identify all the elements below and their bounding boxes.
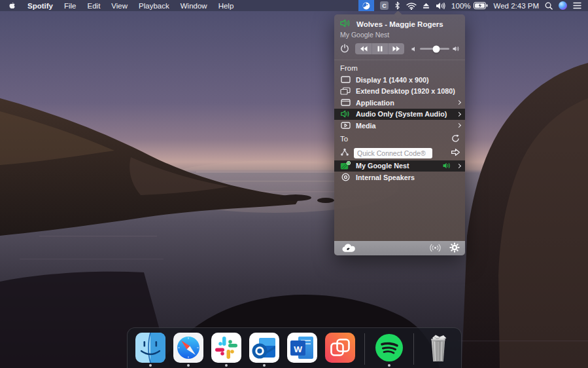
eject-icon[interactable] bbox=[423, 2, 430, 9]
slack-icon bbox=[211, 333, 241, 363]
dock-item-word[interactable]: W bbox=[287, 333, 317, 367]
siri-icon[interactable] bbox=[559, 1, 567, 10]
from-item-media[interactable]: Media bbox=[334, 120, 465, 132]
active-app-menu[interactable]: Spotify bbox=[27, 2, 53, 10]
to-item-internal-speakers[interactable]: Internal Speakers bbox=[334, 172, 465, 183]
spotify-icon bbox=[374, 333, 404, 363]
now-playing-device: My Google Nest bbox=[340, 31, 460, 39]
power-button[interactable] bbox=[340, 44, 349, 54]
quick-connect-nodes-icon bbox=[340, 148, 349, 158]
wifi-icon[interactable] bbox=[406, 2, 417, 10]
from-section-label: From bbox=[334, 60, 465, 74]
menu-view[interactable]: View bbox=[111, 2, 128, 10]
camtasia-menubar-icon[interactable]: C bbox=[380, 1, 389, 10]
display-icon bbox=[340, 76, 351, 83]
broadcast-icon[interactable] bbox=[429, 244, 441, 253]
menu-file[interactable]: File bbox=[64, 2, 77, 10]
audio-active-icon bbox=[443, 162, 451, 169]
running-indicator-dot bbox=[149, 364, 152, 367]
volume-max-icon[interactable] bbox=[453, 46, 460, 52]
from-item-extend-desktop[interactable]: Extend Desktop (1920 x 1080) bbox=[334, 86, 465, 98]
battery-charging-icon bbox=[474, 2, 488, 9]
menu-playback[interactable]: Playback bbox=[139, 2, 169, 10]
volume-slider-thumb[interactable] bbox=[432, 45, 440, 52]
menu-bar: Spotify File Edit View Playback Window H… bbox=[0, 0, 588, 11]
battery-percent: 100% bbox=[451, 2, 470, 10]
catalina-wallpaper-art bbox=[0, 0, 588, 368]
to-section-label: To bbox=[334, 132, 465, 146]
application-window-icon bbox=[340, 99, 351, 106]
volume-slider[interactable] bbox=[420, 48, 449, 50]
running-indicator-dot bbox=[187, 364, 190, 367]
speaker-icon bbox=[340, 110, 351, 118]
media-play-icon bbox=[340, 122, 351, 129]
volume-icon[interactable] bbox=[436, 2, 445, 10]
notification-center-icon[interactable] bbox=[573, 2, 581, 9]
panel-footer bbox=[334, 241, 465, 255]
dock-item-finder[interactable] bbox=[135, 333, 165, 367]
google-nest-cast-icon bbox=[340, 161, 351, 170]
volume-min-icon[interactable] bbox=[411, 46, 417, 52]
running-indicator-dot bbox=[225, 364, 228, 367]
quick-connect-code-input[interactable] bbox=[354, 148, 432, 158]
airparrot-dropdown-panel: Wolves - Maggie Rogers My Google Nest bbox=[334, 14, 465, 255]
to-item-google-nest[interactable]: My Google Nest bbox=[334, 160, 465, 172]
dock-item-slack[interactable] bbox=[211, 333, 241, 367]
spotlight-search-icon[interactable] bbox=[545, 2, 553, 10]
refresh-icon[interactable] bbox=[451, 134, 460, 144]
safari-icon bbox=[173, 333, 203, 363]
svg-text:W: W bbox=[294, 344, 302, 354]
dock-separator bbox=[364, 333, 365, 365]
from-item-audio-only[interactable]: Audio Only (System Audio) bbox=[334, 109, 465, 120]
trash-full-icon bbox=[423, 333, 453, 363]
dock-item-trash[interactable] bbox=[423, 333, 453, 367]
menu-help[interactable]: Help bbox=[218, 2, 234, 10]
now-playing-speaker-icon bbox=[340, 19, 351, 29]
playback-controls bbox=[334, 41, 465, 58]
word-icon: W bbox=[287, 333, 317, 363]
dock-item-spotify[interactable] bbox=[374, 333, 404, 367]
chevron-right-icon bbox=[457, 123, 461, 128]
settings-gear-icon[interactable] bbox=[449, 242, 460, 254]
connect-arrow-icon[interactable] bbox=[451, 148, 460, 158]
panel-empty-area bbox=[334, 183, 465, 242]
transport-button-group bbox=[355, 43, 404, 54]
dock-separator bbox=[413, 333, 414, 365]
menu-edit[interactable]: Edit bbox=[88, 2, 101, 10]
menu-bar-clock[interactable]: Wed 2:43 PM bbox=[494, 2, 539, 10]
desktop-wallpaper bbox=[0, 0, 588, 368]
airparrot-cloud-icon[interactable] bbox=[340, 242, 360, 254]
from-item-display-1[interactable]: Display 1 (1440 x 900) bbox=[334, 74, 465, 86]
menu-window[interactable]: Window bbox=[181, 2, 207, 10]
chevron-right-icon bbox=[457, 164, 461, 168]
outlook-icon bbox=[249, 333, 279, 363]
dock-item-outlook[interactable] bbox=[249, 333, 279, 367]
rewind-button[interactable] bbox=[355, 43, 372, 54]
running-indicator-dot bbox=[263, 364, 266, 367]
fast-forward-button[interactable] bbox=[388, 43, 404, 54]
dock-item-airparrot[interactable] bbox=[325, 333, 355, 367]
pause-button[interactable] bbox=[372, 43, 388, 54]
dock: W bbox=[127, 327, 462, 368]
quick-connect-row bbox=[334, 146, 465, 160]
internal-speakers-icon bbox=[340, 173, 351, 181]
airparrot-app-icon bbox=[325, 333, 355, 363]
running-indicator-dot bbox=[388, 364, 390, 367]
chevron-right-icon bbox=[457, 112, 461, 117]
from-item-application[interactable]: Application bbox=[334, 97, 465, 109]
battery-indicator[interactable]: 100% bbox=[451, 2, 487, 10]
finder-icon bbox=[135, 333, 165, 363]
chevron-right-icon bbox=[457, 100, 461, 105]
extend-desktop-icon bbox=[340, 87, 351, 95]
now-playing-title: Wolves - Maggie Rogers bbox=[356, 20, 443, 28]
apple-menu-icon[interactable] bbox=[8, 1, 16, 10]
now-playing-header: Wolves - Maggie Rogers My Google Nest bbox=[334, 14, 465, 41]
dock-item-safari[interactable] bbox=[173, 333, 203, 367]
volume-control bbox=[411, 46, 460, 52]
bluetooth-icon[interactable] bbox=[394, 1, 400, 10]
airparrot-menubar-icon-active[interactable] bbox=[358, 0, 374, 11]
